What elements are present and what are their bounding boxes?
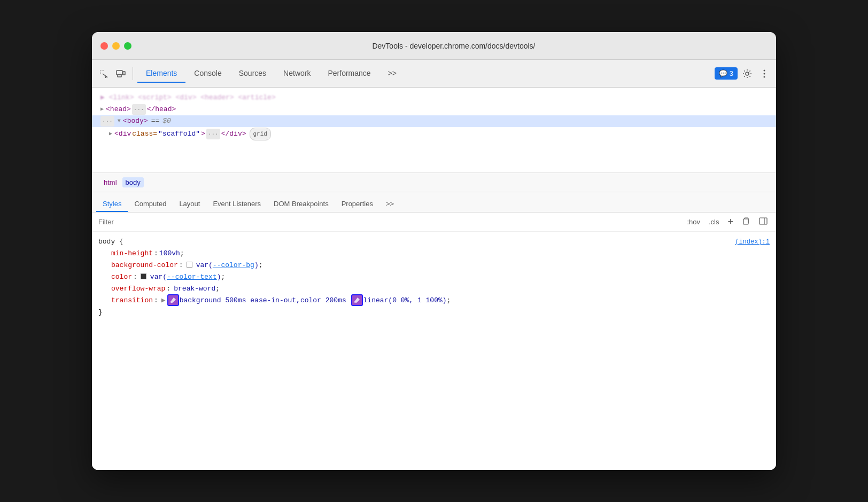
style-tab-event-listeners[interactable]: Event Listeners — [206, 197, 267, 212]
filter-right: :hov .cls + — [685, 215, 770, 229]
traffic-lights — [100, 42, 131, 50]
svg-rect-12 — [743, 219, 748, 224]
toolbar-right: 💬 3 — [715, 66, 772, 81]
toolbar-divider — [133, 67, 133, 80]
styles-panel: Styles Computed Layout Event Listeners D… — [92, 192, 776, 470]
breadcrumb: html body — [92, 173, 776, 192]
copy-styles-icon[interactable] — [740, 216, 753, 228]
svg-rect-1 — [102, 70, 103, 71]
svg-rect-0 — [100, 70, 101, 71]
close-button[interactable] — [100, 42, 108, 50]
dom-tree: ▶ <link> <script> <div> <header> <articl… — [92, 88, 776, 173]
cls-button[interactable]: .cls — [707, 217, 722, 227]
add-style-icon[interactable]: + — [725, 215, 735, 229]
css-prop-background-color: background-color : var(--color-bg) ; — [98, 260, 770, 271]
inspect-icon[interactable] — [96, 66, 111, 81]
css-prop-min-height: min-height : 100vh ; — [98, 248, 770, 260]
bg-color-link[interactable]: --color-bg — [213, 260, 254, 271]
breadcrumb-html[interactable]: html — [100, 177, 120, 187]
css-rules: (index):1 body { min-height : 100vh ; — [92, 232, 776, 470]
filter-bar: :hov .cls + — [92, 213, 776, 232]
devtools-panel: Elements Console Sources Network Perform… — [92, 60, 776, 470]
toggle-sidebar-icon[interactable] — [757, 216, 770, 228]
style-tab-styles[interactable]: Styles — [96, 197, 128, 212]
tab-elements[interactable]: Elements — [137, 65, 185, 83]
maximize-button[interactable] — [124, 42, 131, 50]
svg-point-10 — [764, 73, 765, 74]
svg-rect-6 — [123, 72, 125, 75]
style-tab-more[interactable]: >> — [379, 197, 400, 212]
svg-point-11 — [764, 76, 765, 77]
css-rule-selector: body { — [98, 238, 123, 246]
settings-icon[interactable] — [740, 66, 755, 81]
svg-point-9 — [764, 69, 765, 71]
breadcrumb-body[interactable]: body — [122, 177, 144, 187]
triangle-body-icon[interactable]: ▼ — [118, 116, 121, 127]
triangle-icon[interactable]: ▶ — [100, 104, 104, 115]
text-color-swatch[interactable] — [141, 273, 146, 279]
bg-color-swatch[interactable] — [187, 262, 192, 268]
tab-more[interactable]: >> — [379, 65, 405, 83]
style-tab-computed[interactable]: Computed — [128, 197, 173, 212]
svg-rect-2 — [103, 70, 104, 71]
browser-window: DevTools - developer.chrome.com/docs/dev… — [92, 32, 776, 470]
text-color-link[interactable]: --color-text — [167, 271, 217, 283]
style-tab-layout[interactable]: Layout — [173, 197, 206, 212]
title-bar: DevTools - developer.chrome.com/docs/dev… — [92, 32, 776, 60]
tab-performance[interactable]: Performance — [319, 65, 379, 83]
css-prop-overflow-wrap: overflow-wrap : break-word ; — [98, 283, 770, 295]
css-prop-transition: transition : ▶ background 500ms — [98, 295, 770, 307]
transition-color-picker-2[interactable] — [351, 294, 363, 306]
triangle-div-icon[interactable]: ▶ — [109, 129, 112, 139]
device-toggle-icon[interactable] — [113, 66, 128, 81]
more-options-icon[interactable] — [757, 66, 772, 81]
hov-button[interactable]: :hov — [685, 217, 702, 227]
tab-network[interactable]: Network — [275, 65, 319, 83]
style-tab-properties[interactable]: Properties — [335, 197, 379, 212]
notifications-button[interactable]: 💬 3 — [715, 67, 738, 80]
dom-line-div-scaffold[interactable]: ▶ <div class= "scaffold" > ··· </div> gr… — [100, 127, 776, 141]
svg-rect-7 — [118, 75, 121, 77]
chat-icon: 💬 — [719, 69, 727, 77]
css-rule-source[interactable]: (index):1 — [735, 236, 770, 248]
transition-expand-icon[interactable]: ▶ — [161, 295, 166, 307]
css-rule-close: } — [98, 307, 770, 318]
svg-rect-3 — [100, 72, 101, 73]
svg-rect-5 — [117, 70, 122, 75]
dom-line-body[interactable]: ··· ▼ <body> == $0 — [92, 115, 776, 127]
css-rule-body: (index):1 body { min-height : 100vh ; — [98, 236, 770, 318]
filter-input[interactable] — [98, 218, 680, 226]
badge-count: 3 — [730, 69, 733, 77]
toolbar: Elements Console Sources Network Perform… — [92, 60, 776, 88]
css-prop-color: color : var(--color-text) ; — [98, 271, 770, 283]
style-tab-dom-breakpoints[interactable]: DOM Breakpoints — [267, 197, 335, 212]
tab-sources[interactable]: Sources — [230, 65, 275, 83]
dom-line-blurred: ▶ <link> <script> <div> <header> <articl… — [92, 92, 776, 104]
styles-tabs: Styles Computed Layout Event Listeners D… — [92, 192, 776, 213]
dom-line-head[interactable]: ▶ <head> ··· </head> — [92, 104, 776, 115]
toolbar-tabs: Elements Console Sources Network Perform… — [137, 65, 712, 83]
svg-point-8 — [746, 72, 749, 75]
minimize-button[interactable] — [112, 42, 120, 50]
transition-color-picker-1[interactable] — [167, 294, 179, 306]
window-title: DevTools - developer.chrome.com/docs/dev… — [140, 42, 768, 50]
panel-body: ▶ <link> <script> <div> <header> <articl… — [92, 88, 776, 470]
svg-rect-4 — [100, 73, 101, 74]
tab-console[interactable]: Console — [185, 65, 230, 83]
svg-rect-13 — [759, 218, 767, 224]
